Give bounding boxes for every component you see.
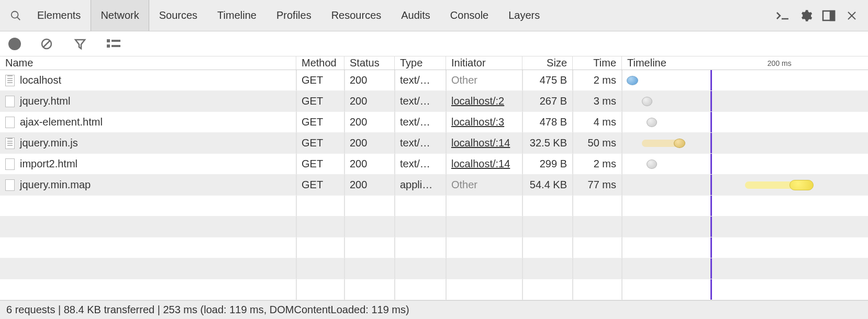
timing-bar [647, 160, 657, 169]
table-row-empty [0, 196, 868, 217]
cell-initiator: localhost/:3 [446, 112, 522, 132]
cell-type: text/… [395, 154, 446, 174]
cell-type: text/… [395, 112, 446, 132]
initiator-link[interactable]: localhost/:14 [451, 158, 510, 170]
tab-layers[interactable]: Layers [498, 0, 550, 31]
file-icon [5, 138, 15, 149]
cell-timeline [622, 133, 868, 153]
cell-initiator: Other [446, 175, 522, 195]
dom-content-loaded-line [710, 279, 712, 300]
cell-initiator: localhost/:2 [446, 91, 522, 111]
file-icon [5, 158, 15, 170]
table-row[interactable]: import2.htmlGET200text/…localhost/:14299… [0, 154, 868, 175]
cell-initiator: localhost/:14 [446, 133, 522, 153]
col-name[interactable]: Name [0, 56, 296, 70]
column-separator [296, 70, 297, 300]
timing-bar-end [789, 180, 814, 190]
timing-bar [642, 97, 652, 106]
initiator-text: Other [451, 74, 477, 86]
table-row[interactable]: localhostGET200text/…Other475 B2 ms [0, 70, 868, 91]
tab-network[interactable]: Network [91, 0, 149, 31]
column-separator [446, 70, 447, 300]
cell-method: GET [296, 91, 344, 111]
svg-rect-10 [107, 39, 110, 42]
table-row-empty [0, 237, 868, 258]
cell-initiator: localhost/:14 [446, 154, 522, 174]
clear-icon[interactable] [39, 36, 54, 52]
svg-line-8 [43, 41, 50, 47]
cell-time: 4 ms [573, 112, 622, 132]
cell-time: 2 ms [573, 154, 622, 174]
cell-method: GET [296, 112, 344, 132]
cell-size: 267 B [522, 91, 573, 111]
timing-bar [627, 76, 638, 85]
view-options-icon[interactable] [106, 36, 121, 52]
cell-timeline [622, 70, 868, 90]
svg-rect-12 [107, 44, 110, 48]
filter-icon[interactable] [72, 36, 88, 52]
dom-content-loaded-line [710, 175, 712, 195]
console-drawer-icon[interactable] [775, 8, 791, 24]
request-name: import2.html [20, 158, 77, 170]
cell-time: 77 ms [573, 175, 622, 195]
col-timeline[interactable]: Timeline 200 ms [622, 56, 868, 70]
file-icon [5, 179, 15, 191]
table-row[interactable]: jquery.htmlGET200text/…localhost/:2267 B… [0, 91, 868, 112]
col-size[interactable]: Size [522, 56, 573, 70]
col-type[interactable]: Type [395, 56, 446, 70]
dock-icon[interactable] [821, 8, 837, 24]
request-name: jquery.min.js [20, 137, 78, 149]
cell-time: 50 ms [573, 133, 622, 153]
file-icon [5, 117, 15, 128]
tab-elements[interactable]: Elements [27, 0, 91, 31]
timing-bar-end [674, 139, 685, 148]
file-icon [5, 75, 15, 86]
search-icon[interactable] [7, 7, 24, 24]
tab-timeline[interactable]: Timeline [207, 0, 266, 31]
initiator-link[interactable]: localhost/:2 [451, 95, 504, 107]
table-row-empty [0, 279, 868, 300]
cell-method: GET [296, 175, 344, 195]
cell-name: jquery.html [0, 91, 296, 111]
dom-content-loaded-line [710, 237, 712, 258]
dom-content-loaded-line [710, 217, 712, 237]
table-body: localhostGET200text/…Other475 B2 msjquer… [0, 70, 868, 300]
cell-size: 475 B [522, 70, 573, 90]
col-status[interactable]: Status [344, 56, 395, 70]
cell-name: jquery.min.js [0, 133, 296, 153]
gear-icon[interactable] [798, 8, 814, 24]
table-row[interactable]: jquery.min.mapGET200appli…Other54.4 KB77… [0, 175, 868, 196]
initiator-link[interactable]: localhost/:14 [451, 137, 510, 149]
cell-timeline [622, 175, 868, 195]
cell-time: 3 ms [573, 91, 622, 111]
tab-sources[interactable]: Sources [149, 0, 207, 31]
cell-method: GET [296, 70, 344, 90]
cell-method: GET [296, 154, 344, 174]
timing-bar [647, 118, 657, 127]
cell-status: 200 [344, 175, 395, 195]
table-row[interactable]: jquery.min.jsGET200text/…localhost/:1432… [0, 133, 868, 154]
panel-tabs: ElementsNetworkSourcesTimelineProfilesRe… [27, 0, 550, 31]
tab-profiles[interactable]: Profiles [266, 0, 321, 31]
network-toolbar [0, 31, 868, 56]
tab-audits[interactable]: Audits [391, 0, 440, 31]
dom-content-loaded-line [710, 112, 712, 132]
tab-resources[interactable]: Resources [321, 0, 392, 31]
col-method[interactable]: Method [296, 56, 344, 70]
col-initiator[interactable]: Initiator [446, 56, 522, 70]
record-button[interactable] [8, 38, 21, 50]
close-icon[interactable] [844, 8, 860, 24]
svg-marker-9 [75, 40, 85, 49]
tab-console[interactable]: Console [440, 0, 498, 31]
cell-method: GET [296, 133, 344, 153]
svg-point-0 [12, 11, 18, 18]
dom-content-loaded-line [710, 91, 712, 111]
svg-line-1 [17, 17, 20, 20]
cell-size: 478 B [522, 112, 573, 132]
dom-content-loaded-line [710, 70, 712, 90]
cell-status: 200 [344, 70, 395, 90]
col-time[interactable]: Time [573, 56, 622, 70]
cell-initiator: Other [446, 70, 522, 90]
initiator-link[interactable]: localhost/:3 [451, 116, 504, 128]
table-row[interactable]: ajax-element.htmlGET200text/…localhost/:… [0, 112, 868, 133]
